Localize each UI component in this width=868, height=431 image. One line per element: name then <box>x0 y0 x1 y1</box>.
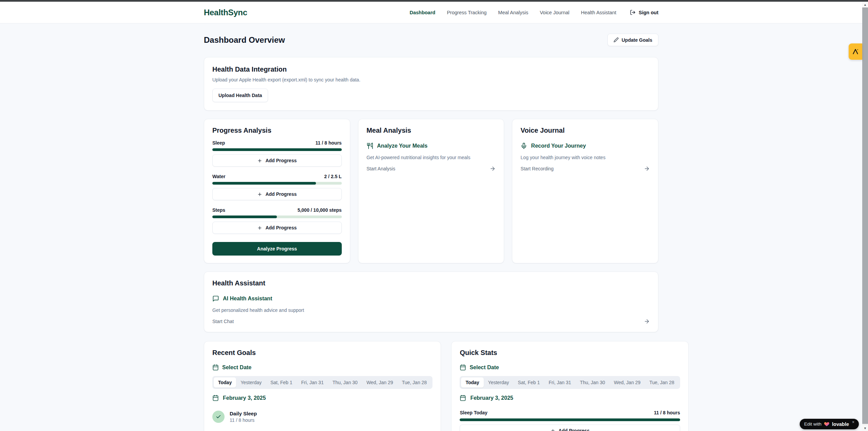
calendar-icon <box>212 395 219 401</box>
record-your-journey-link[interactable]: Record Your Journey <box>520 143 650 149</box>
check-icon <box>216 414 221 419</box>
quick-stats-title: Quick Stats <box>460 349 680 357</box>
tab-today[interactable]: Today <box>461 377 483 388</box>
app-header: HealthSync Dashboard Progress Tracking M… <box>0 2 862 23</box>
start-chat-action[interactable]: Start Chat <box>212 318 650 324</box>
recent-goals-title: Recent Goals <box>212 349 432 357</box>
health-data-integration-card: Health Data Integration Upload your Appl… <box>204 57 658 111</box>
upload-health-data-button[interactable]: Upload Health Data <box>212 89 268 102</box>
meal-analysis-description: Get AI-powered nutritional insights for … <box>367 155 496 160</box>
tab-sat-feb-1[interactable]: Sat, Feb 1 <box>513 377 544 388</box>
nav-item-progress-tracking[interactable]: Progress Tracking <box>447 10 486 15</box>
metric-water: Water 2 / 2.5 L Add Progress <box>212 174 342 200</box>
metric-water-label: Water <box>212 174 225 179</box>
nav-item-meal-analysis[interactable]: Meal Analysis <box>498 10 528 15</box>
add-steps-progress-button[interactable]: Add Progress <box>212 222 342 234</box>
add-sleep-progress-button[interactable]: Add Progress <box>212 154 342 167</box>
edit-badge-brand: lovable <box>832 421 849 427</box>
plus-icon <box>257 158 262 163</box>
start-recording-action[interactable]: Start Recording <box>520 166 650 172</box>
quick-stats-date-tabs: Today Yesterday Sat, Feb 1 Fri, Jan 31 T… <box>460 376 680 389</box>
mic-icon <box>520 143 527 149</box>
vertical-scrollbar[interactable]: ▲ ▼ <box>862 2 868 431</box>
metric-steps-value: 5,000 / 10,000 steps <box>298 207 342 213</box>
tab-sat-feb-1[interactable]: Sat, Feb 1 <box>266 377 297 388</box>
metric-steps-label: Steps <box>212 207 225 213</box>
calendar-icon <box>460 395 466 401</box>
sleep-today-row: Sleep Today 11 / 8 hours <box>460 410 680 415</box>
tab-yesterday[interactable]: Yesterday <box>236 377 266 388</box>
tab-today[interactable]: Today <box>214 377 236 388</box>
health-data-integration-title: Health Data Integration <box>212 65 650 73</box>
voice-journal-description: Log your health journey with voice notes <box>520 155 650 160</box>
tab-wed-jan-29[interactable]: Wed, Jan 29 <box>362 377 397 388</box>
analyze-progress-button[interactable]: Analyze Progress <box>212 242 342 256</box>
steps-progress-bar <box>212 215 342 218</box>
scrollbar-up-arrow[interactable]: ▲ <box>862 2 868 7</box>
goal-item-daily-sleep: Daily Sleep 11 / 8 hours <box>212 411 432 423</box>
feature-cards-row: Progress Analysis Sleep 11 / 8 hours Add… <box>204 119 658 263</box>
scrollbar-thumb[interactable] <box>862 7 868 424</box>
page-viewport: HealthSync Dashboard Progress Tracking M… <box>0 2 862 431</box>
ai-health-assistant-link[interactable]: AI Health Assistant <box>212 295 650 302</box>
nav-item-voice-journal[interactable]: Voice Journal <box>540 10 569 15</box>
message-square-icon <box>212 295 219 302</box>
plus-icon <box>257 225 262 230</box>
quick-stats-select-date[interactable]: Select Date <box>460 364 680 371</box>
voice-journal-title: Voice Journal <box>520 127 650 134</box>
metric-sleep-label: Sleep <box>212 140 225 146</box>
sign-out-button[interactable]: Sign out <box>630 10 658 15</box>
nav-item-health-assistant[interactable]: Health Assistant <box>581 10 616 15</box>
window-top-strip <box>0 0 868 2</box>
progress-analysis-title: Progress Analysis <box>212 127 342 134</box>
tab-yesterday[interactable]: Yesterday <box>484 377 514 388</box>
water-progress-bar <box>212 182 342 185</box>
sleep-today-progress-bar <box>460 418 680 421</box>
app-logo[interactable]: HealthSync <box>204 8 247 17</box>
tab-wed-jan-29[interactable]: Wed, Jan 29 <box>609 377 645 388</box>
lovable-side-tab[interactable] <box>849 43 862 60</box>
add-water-progress-button[interactable]: Add Progress <box>212 188 342 200</box>
pencil-icon <box>614 37 619 42</box>
page-title: Dashboard Overview <box>204 35 285 45</box>
main-content: Dashboard Overview Update Goals Health D… <box>204 23 658 431</box>
voice-journal-card: Voice Journal Record Your Journey Log yo… <box>512 119 658 263</box>
sleep-today-value: 11 / 8 hours <box>654 410 680 415</box>
sleep-progress-bar <box>212 148 342 151</box>
health-data-integration-description: Upload your Apple Health export (export.… <box>212 77 650 82</box>
goal-value: 11 / 8 hours <box>230 417 257 423</box>
bottom-cards-row: Recent Goals Select Date Today Yesterday… <box>204 341 658 431</box>
update-goals-button[interactable]: Update Goals <box>607 34 658 46</box>
scrollbar-down-arrow[interactable]: ▼ <box>862 425 868 431</box>
sleep-today-label: Sleep Today <box>460 410 487 415</box>
tab-fri-jan-31[interactable]: Fri, Jan 31 <box>544 377 575 388</box>
health-assistant-card: Health Assistant AI Health Assistant Get… <box>204 271 658 332</box>
sign-out-label: Sign out <box>639 10 658 15</box>
arrow-right-icon <box>644 318 650 324</box>
tab-thu-jan-30[interactable]: Thu, Jan 30 <box>575 377 609 388</box>
plus-icon <box>550 428 555 431</box>
recent-goals-select-date[interactable]: Select Date <box>212 364 432 371</box>
analyze-your-meals-link[interactable]: Analyze Your Meals <box>367 143 496 149</box>
close-icon[interactable]: × <box>852 420 854 425</box>
meal-analysis-card: Meal Analysis Analyze Your Meals Get AI-… <box>358 119 504 263</box>
log-out-icon <box>630 10 636 15</box>
metric-sleep-value: 11 / 8 hours <box>316 140 342 146</box>
meal-analysis-title: Meal Analysis <box>367 127 496 134</box>
arrow-right-icon <box>644 166 650 172</box>
nav-item-dashboard[interactable]: Dashboard <box>410 10 436 15</box>
tab-thu-jan-30[interactable]: Thu, Jan 30 <box>328 377 362 388</box>
tab-tue-jan-28[interactable]: Tue, Jan 28 <box>645 377 678 388</box>
plus-icon <box>257 192 262 197</box>
tab-tue-jan-28[interactable]: Tue, Jan 28 <box>397 377 431 388</box>
tab-fri-jan-31[interactable]: Fri, Jan 31 <box>297 377 328 388</box>
quick-stats-add-progress-button[interactable]: Add Progress <box>460 425 680 431</box>
main-nav: Dashboard Progress Tracking Meal Analysi… <box>410 10 658 15</box>
edit-with-lovable-badge[interactable]: Edit with lovable × <box>800 419 859 429</box>
calendar-icon <box>212 364 219 371</box>
calendar-icon <box>460 364 466 371</box>
start-analysis-action[interactable]: Start Analysis <box>367 166 496 172</box>
utensils-icon <box>367 143 373 149</box>
progress-analysis-card: Progress Analysis Sleep 11 / 8 hours Add… <box>204 119 350 263</box>
update-goals-label: Update Goals <box>622 37 652 43</box>
